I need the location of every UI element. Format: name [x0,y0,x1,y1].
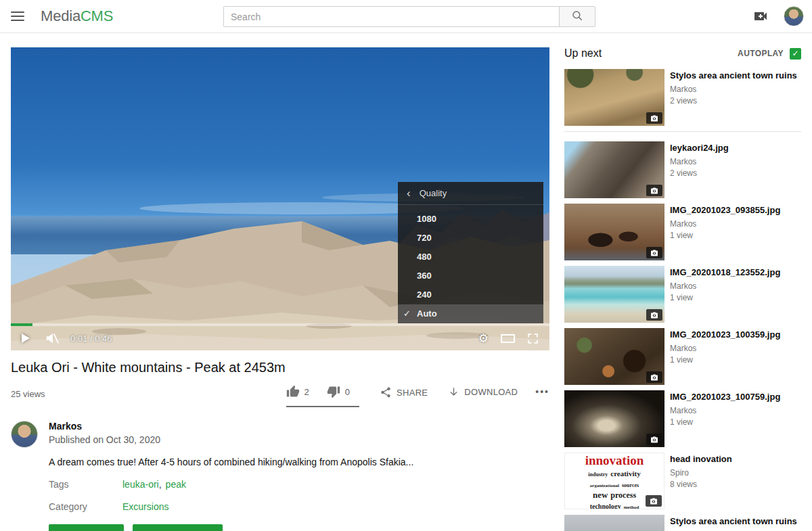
upnext-item[interactable]: Stylos area ancient town ruins [564,515,801,531]
author-avatar[interactable] [11,421,38,448]
dislike-button[interactable]: 0 [327,385,350,398]
watch-column: ‹ Quality 1080 720 480 360 240 ✓ Auto [11,47,549,531]
quality-option-720[interactable]: 720 [398,229,543,248]
share-icon [380,386,392,398]
search-button[interactable] [559,6,595,27]
autoplay-checkbox[interactable]: ✓ [790,48,801,60]
download-label: DOWNLOAD [464,387,518,397]
category-link-excursions[interactable]: Excursions [122,501,168,512]
upnext-item[interactable]: Stylos area ancient town ruins Markos 2 … [564,69,801,126]
wordcloud-word: industry [588,471,608,478]
check-icon: ✓ [403,304,411,323]
dislike-count: 0 [345,387,350,397]
quality-option-480[interactable]: 480 [398,248,543,267]
upnext-item[interactable]: IMG_20201023_100759.jpg Markos 1 view [564,390,801,447]
item-info: IMG_20201018_123552.jpg Markos 1 view [664,266,780,323]
thumbnail-misty-mountains [564,515,664,531]
action-bar: 2 0 SHARE [286,385,549,407]
upnext-item[interactable]: IMG_20201023_100359.jpg Markos 1 view [564,328,801,385]
tag-link-leuka-ori[interactable]: leuka-ori [122,479,159,490]
quality-option-240[interactable]: 240 [398,285,543,304]
item-author: Markos [670,281,780,291]
like-button[interactable]: 2 [286,385,309,398]
upnext-item[interactable]: leykaori24.jpg Markos 2 views [564,141,801,198]
thumbnail-cliff [564,328,664,385]
wordcloud-word: sources [622,482,639,488]
video-player[interactable]: ‹ Quality 1080 720 480 360 240 ✓ Auto [11,47,549,350]
item-title: IMG_20201023_100359.jpg [670,329,780,340]
wordcloud-word: organizational [590,483,619,488]
edit-media-button[interactable]: EDIT MEDIA [49,524,124,531]
thumb-down-icon [327,385,340,398]
header-actions [752,0,804,32]
upnext-item[interactable]: innovation industrycreativity organizati… [564,453,801,509]
upnext-sidebar: Up next AUTOPLAY ✓ Stylos area ancient t… [564,47,801,531]
item-info: IMG_20201023_093855.jpg Markos 1 view [664,204,780,260]
item-title: Stylos area ancient town ruins [670,70,797,81]
mute-icon[interactable] [45,331,60,346]
item-info: IMG_20201023_100359.jpg Markos 1 view [664,328,780,385]
item-info: IMG_20201023_100759.jpg Markos 1 view [664,390,780,447]
fullscreen-icon[interactable] [527,333,539,344]
autoplay-label: AUTOPLAY [738,49,784,58]
quality-option-auto[interactable]: ✓ Auto [398,304,543,323]
quality-menu: ‹ Quality 1080 720 480 360 240 ✓ Auto [398,182,543,323]
search-icon [571,9,583,24]
likes-group: 2 0 [286,385,359,407]
views-count: 25 views [11,385,45,399]
item-views: 1 view [670,417,780,427]
item-title: IMG_20201018_123552.jpg [670,267,780,278]
back-chevron-icon: ‹ [407,187,411,199]
quality-option-1080[interactable]: 1080 [398,210,543,229]
item-views: 1 view [670,293,780,302]
share-label: SHARE [397,388,428,398]
time-display: 0:01 / 0:46 [70,333,112,344]
camera-icon [646,309,662,321]
video-meta-row: 25 views 2 0 [11,385,549,407]
upload-media-icon[interactable] [752,8,769,24]
thumbnail-mountain [564,141,664,198]
user-avatar[interactable] [784,6,804,26]
wordcloud-word: creativity [610,469,640,478]
wordcloud-word: method [624,505,639,509]
tags-label: Tags [49,479,122,490]
author-section: Markos Published on Oct 30, 2020 [11,421,549,448]
share-button[interactable]: SHARE [380,385,428,398]
upnext-item[interactable]: IMG_20201023_093855.jpg Markos 1 view [564,204,801,260]
more-options-button[interactable]: ••• [535,385,549,397]
item-author: Markos [670,85,797,94]
author-meta: Markos Published on Oct 30, 2020 [49,421,160,448]
item-views: 2 views [670,96,797,106]
author-name[interactable]: Markos [49,421,160,432]
quality-option-360[interactable]: 360 [398,267,543,285]
theater-mode-icon[interactable] [501,334,515,343]
app-logo[interactable]: MediaCMS [41,7,113,25]
search-input[interactable] [223,6,559,27]
play-button[interactable] [22,333,30,343]
item-views: 2 views [670,168,729,178]
item-info: Stylos area ancient town ruins [664,515,797,531]
quality-options: 1080 720 480 360 240 ✓ Auto [398,205,543,323]
menu-icon[interactable] [11,11,24,21]
item-title: IMG_20201023_100759.jpg [670,391,780,402]
published-date: Published on Oct 30, 2020 [49,434,160,445]
wordcloud-word: innovation [565,454,664,467]
quality-menu-header[interactable]: ‹ Quality [398,182,543,205]
video-description: A dream comes true! After 4-5 hours of c… [49,457,549,467]
tag-link-peak[interactable]: peak [166,479,186,490]
logo-cms-text: CMS [81,7,113,24]
upnext-item[interactable]: IMG_20201018_123552.jpg Markos 1 view [564,266,801,323]
app-header: MediaCMS [0,0,812,33]
item-title: Stylos area ancient town ruins [670,515,797,527]
searchbar [223,6,595,27]
download-button[interactable]: DOWNLOAD [448,385,518,398]
item-author: Markos [670,344,780,353]
item-info: leykaori24.jpg Markos 2 views [664,141,729,198]
media-buttons: EDIT MEDIA DELETE MEDIA [49,524,549,531]
item-title: IMG_20201023_093855.jpg [670,204,780,216]
delete-media-button[interactable]: DELETE MEDIA [133,524,223,531]
player-controls-right: ⚙ [478,333,539,344]
settings-gear-icon[interactable]: ⚙ [478,333,489,344]
tags-value: leuka-ori,peak [122,479,186,490]
item-views: 8 views [670,480,732,489]
